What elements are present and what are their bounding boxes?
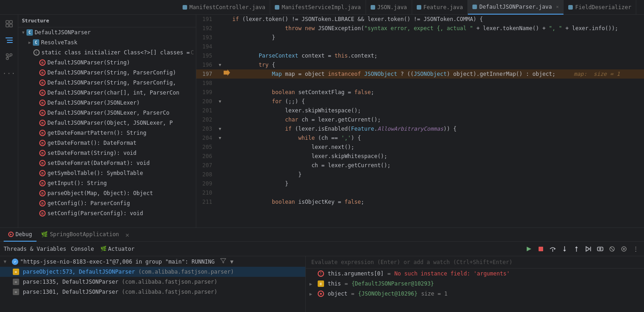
item-label: DefaultJSONParser(String) (47, 59, 130, 66)
item-label: getConfig(): ParserConfig (47, 200, 130, 206)
var-item-object[interactable]: ▶ ● object = {JSONObject@10296} size = 1 (306, 289, 644, 299)
tab-feature[interactable]: Feature.java (412, 0, 468, 15)
evaluate-button[interactable] (596, 244, 605, 254)
code-line-195: 195 ParseContext context = this.context; (196, 51, 644, 60)
settings-button[interactable] (619, 244, 628, 254)
mute-button[interactable] (607, 244, 617, 254)
fold-gutter[interactable]: ▼ (217, 97, 223, 106)
tree-item-resolve[interactable]: ▶ C ResolveTask (18, 37, 196, 48)
tab-label: FieldDeserializer (575, 4, 631, 11)
tab-manifest-service[interactable]: ManifestServiceImpl.java (270, 0, 366, 15)
tree-item-method-14[interactable]: getConfig(): ParserConfig (18, 198, 196, 208)
tree-item-method-6[interactable]: DefaultJSONParser(Object, JSONLexer, P (18, 118, 196, 128)
thread-item-frame-1335[interactable]: ≡ parse:1335, DefaultJSONParser (com.ali… (0, 277, 305, 287)
java-file-icon (183, 5, 187, 10)
item-label: parseObject(Map, Object): Object (47, 190, 153, 196)
var-arrow[interactable]: ▶ (309, 291, 316, 296)
code-line-211: 211 boolean isObjectKey = false; (196, 197, 644, 206)
tab-label: ManifestServiceImpl.java (282, 4, 361, 11)
line-number: 208 (196, 170, 217, 179)
code-line-210: 210 (196, 188, 644, 197)
resume-button[interactable] (524, 244, 534, 254)
tab-json[interactable]: JSON.java (366, 0, 412, 15)
tab-default-json-parser[interactable]: DefaultJSONParser.java ✕ (468, 0, 564, 15)
tree-arrow: ▼ (20, 30, 26, 35)
left-toolbar: ··· (0, 15, 18, 227)
thread-text: parseObject:573, DefaultJSONParser (com.… (23, 269, 234, 275)
var-value: {DefaultJSONParser@10293} (351, 280, 434, 287)
tree-item-method-10[interactable]: setDateFomrat(DateFormat): void (18, 158, 196, 168)
tree-item-method-9[interactable]: setDateFormat(String): void (18, 148, 196, 158)
threads-panel[interactable]: ▼ ✔ "https-jsse-nio-8183-exec-1"@7,006 i… (0, 256, 306, 312)
running-thread-icon: ✔ (12, 259, 18, 265)
thread-item-frame-1301[interactable]: ≡ parse:1301, DefaultJSONParser (com.ali… (0, 287, 305, 297)
main-area: ··· Structure ▼ C DefaultJSONParser ▶ C … (0, 15, 644, 227)
debug-tab-main[interactable]: ▶ Debug (4, 228, 37, 242)
instance-icon: ● (318, 291, 324, 297)
tree-item-method-13[interactable]: parseObject(Map, Object): Object (18, 188, 196, 198)
frame-icon: ≡ (13, 289, 19, 295)
line-number: 205 (196, 143, 217, 152)
var-item-arguments[interactable]: ! this.arguments[0] = No such instance f… (306, 269, 644, 279)
tree-item-method-5[interactable]: DefaultJSONParser(JSONLexer, ParserCo (18, 108, 196, 118)
tree-item-method-1[interactable]: DefaultJSONParser(String, ParserConfig) (18, 68, 196, 78)
fold-gutter[interactable]: ▼ (217, 124, 223, 133)
tree-item-method-7[interactable]: getDateFomartPattern(): String (18, 128, 196, 138)
var-arrow[interactable]: ▶ (309, 281, 316, 286)
tree-item-static[interactable]: s static class initializer Class<?>[] cl… (18, 48, 196, 58)
close-spring-tab[interactable]: ✕ (126, 231, 129, 238)
dropdown-arrow[interactable]: ▼ (230, 259, 233, 265)
step-out-button[interactable] (572, 244, 581, 254)
more-options-button[interactable]: ⋮ (631, 244, 640, 254)
step-into-button[interactable] (560, 244, 569, 254)
tree-item-method-11[interactable]: getSymbolTable(): SymbolTable (18, 168, 196, 178)
stop-button[interactable] (536, 244, 545, 254)
code-text: Map map = object instanceof JSONObject ?… (230, 69, 644, 79)
thread-item-running[interactable]: ▼ ✔ "https-jsse-nio-8183-exec-1"@7,006 i… (0, 256, 305, 267)
tree-item-method-3[interactable]: DefaultJSONParser(char[], int, ParserCon (18, 88, 196, 98)
thread-item-frame-573[interactable]: ≡ parseObject:573, DefaultJSONParser (co… (0, 267, 305, 277)
frame-name: parse:1335, DefaultJSONParser (23, 279, 122, 285)
tree-item-method-4[interactable]: DefaultJSONParser(JSONLexer) (18, 98, 196, 108)
thread-arrow: ▼ (4, 259, 10, 264)
code-line-207: 207 ch = lexer.getCurrent(); (196, 161, 644, 170)
item-label: DefaultJSONParser (35, 29, 91, 36)
structure-list[interactable]: ▼ C DefaultJSONParser ▶ C ResolveTask s … (18, 27, 196, 227)
actuator-btn[interactable]: 🌿 Actuator (100, 246, 135, 252)
svg-rect-3 (10, 24, 12, 27)
var-item-this[interactable]: ▶ ≡ this = {DefaultJSONParser@10293} (306, 279, 644, 289)
debug-tab-spring[interactable]: 🌿 SpringBootApplication (37, 228, 124, 242)
thread-text: parse:1301, DefaultJSONParser (com.aliba… (23, 289, 217, 295)
filter-icon[interactable] (220, 258, 226, 265)
git-icon-btn[interactable] (2, 49, 16, 64)
tree-item-method-0[interactable]: DefaultJSONParser(String) (18, 58, 196, 68)
method-icon (39, 160, 46, 166)
debug-panel: ▶ Debug 🌿 SpringBootApplication ✕ Thread… (0, 227, 644, 312)
more-icon-btn[interactable]: ··· (2, 66, 16, 80)
tree-item-method-12[interactable]: getInput(): String (18, 178, 196, 188)
structure-icon-btn[interactable] (2, 33, 16, 48)
run-to-cursor-button[interactable] (584, 244, 593, 254)
var-name: this (328, 280, 341, 287)
fold-gutter[interactable]: ▼ (217, 60, 223, 69)
tab-close-button[interactable]: ✕ (556, 4, 559, 9)
tree-item-root[interactable]: ▼ C DefaultJSONParser (18, 27, 196, 37)
code-line-197: 197 Map map = object instanceof JSONObje… (196, 69, 644, 79)
tab-manifest-controller[interactable]: ManifestController.java (178, 0, 270, 15)
item-label: setDateFormat(String): void (47, 150, 136, 156)
tab-field-deserializer[interactable]: FieldDeserializer (564, 0, 636, 15)
tree-item-method-2[interactable]: DefaultJSONParser(String, ParserConfig, (18, 78, 196, 88)
code-content[interactable]: 191 if (lexer.token() != JSONToken.LBRAC… (196, 15, 644, 227)
eval-bar[interactable]: Evaluate expression (Enter) or add a wat… (306, 256, 644, 269)
tree-item-method-8[interactable]: getDateFormat(): DateFormat (18, 138, 196, 148)
method-icon (39, 130, 46, 136)
method-icon (39, 180, 46, 186)
breakpoint-gutter[interactable] (223, 69, 230, 76)
code-text: if (lexer.isEnabled(Feature.AllowArbitra… (230, 124, 644, 133)
tree-item-method-15[interactable]: setConfig(ParserConfig): void (18, 208, 196, 218)
fold-gutter[interactable]: ▼ (217, 133, 223, 143)
step-over-button[interactable] (548, 244, 557, 254)
line-number: 211 (196, 197, 217, 206)
project-icon-btn[interactable] (2, 16, 16, 31)
line-number: 207 (196, 161, 217, 170)
